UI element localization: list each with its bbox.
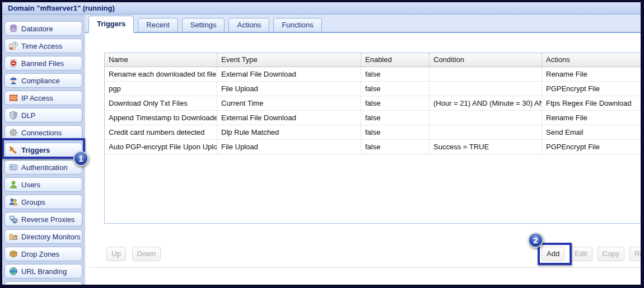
table-cell: Current Time xyxy=(217,96,361,110)
add-annotation-box xyxy=(538,243,572,265)
sidebar-item-users[interactable]: Users xyxy=(4,177,82,192)
table-body: Rename each downloaded txt fileExternal … xyxy=(105,67,641,154)
sidebar-item-label: Reverse Proxies xyxy=(21,215,74,224)
table-cell: Rename File xyxy=(542,111,641,125)
dlp-shield-icon xyxy=(9,111,18,120)
table-cell xyxy=(430,82,542,96)
tab-functions[interactable]: Functions xyxy=(273,18,321,32)
tab-settings[interactable]: Settings xyxy=(182,18,225,32)
column-header-event-type[interactable]: Event Type xyxy=(217,53,361,67)
compliance-officer-icon xyxy=(9,76,18,85)
database-icon xyxy=(9,24,18,33)
table-cell xyxy=(430,67,542,81)
table-header: NameEvent TypeEnabledConditionActions xyxy=(105,53,641,67)
step-2-badge: 2 xyxy=(528,233,543,248)
tab-recent[interactable]: Recent xyxy=(138,18,178,32)
window-frame-left xyxy=(0,0,2,288)
table-cell: File Upload xyxy=(217,140,361,154)
table-cell: Rename File xyxy=(542,67,641,81)
sidebar-item-compliance[interactable]: Compliance xyxy=(4,73,82,88)
sidebar-item-label: Directory Monitors xyxy=(21,233,80,241)
sidebar-item-label: Users xyxy=(21,181,40,189)
table-cell: false xyxy=(361,111,430,125)
edit-button[interactable]: Edit xyxy=(570,247,592,261)
up-button[interactable]: Up xyxy=(106,247,126,261)
sidebar-item-datastore[interactable]: Datastore xyxy=(4,21,82,36)
table-row[interactable]: Append Timestamp to DownloadedExternal F… xyxy=(105,111,641,125)
table-cell: Dlp Rule Matched xyxy=(217,125,361,139)
sidebar-item-label: Banned Files xyxy=(21,59,64,68)
window-frame-right xyxy=(641,0,644,288)
table-cell: Ftps Regex File Download xyxy=(542,96,641,110)
sidebar-item-groups[interactable]: Groups xyxy=(4,195,82,209)
table-cell xyxy=(430,125,542,139)
column-header-enabled[interactable]: Enabled xyxy=(361,53,430,67)
sidebar-item-label: Authentication xyxy=(21,163,67,172)
tab-actions[interactable]: Actions xyxy=(228,18,269,32)
tab-bar: TriggersRecentSettingsActionsFunctions xyxy=(85,15,644,33)
table-cell: PGPEncrypt File xyxy=(542,82,641,96)
table-row[interactable]: Rename each downloaded txt fileExternal … xyxy=(105,67,641,82)
window-frame-top xyxy=(0,0,644,2)
table-cell: External File Download xyxy=(217,67,361,81)
column-header-name[interactable]: Name xyxy=(105,53,217,67)
table-cell: Append Timestamp to Downloaded xyxy=(105,111,217,125)
tab-triggers[interactable]: Triggers xyxy=(88,16,134,33)
sidebar-item-dlp[interactable]: DLP xyxy=(4,108,82,122)
table-row[interactable]: pgpFile UploadfalsePGPEncrypt File xyxy=(105,82,641,96)
column-header-actions[interactable]: Actions xyxy=(542,53,641,67)
time-access-clock-icon xyxy=(9,41,18,50)
table-cell: Success = TRUE xyxy=(430,140,542,154)
sidebar-item-label: Groups xyxy=(21,198,45,206)
triggers-table: NameEvent TypeEnabledConditionActions Re… xyxy=(104,53,642,224)
sidebar-item-label: Datastore xyxy=(21,25,53,33)
table-cell: Auto PGP-encrypt File Upon Upload xyxy=(105,140,217,154)
reorder-button-group: UpDown xyxy=(106,247,161,261)
sidebar-item-reverse-proxies[interactable]: Reverse Proxies xyxy=(4,212,82,226)
table-cell xyxy=(430,111,542,125)
window-title-bar: Domain "mftserver1" (running) xyxy=(2,2,641,15)
table-row[interactable]: Download Only Txt FilesCurrent Timefalse… xyxy=(105,96,641,111)
banned-files-icon xyxy=(9,59,18,68)
column-header-condition[interactable]: Condition xyxy=(430,53,542,67)
step-1-badge: 1 xyxy=(73,151,88,166)
app-window: Domain "mftserver1" (running) DatastoreT… xyxy=(0,0,644,288)
sidebar-item-label: DLP xyxy=(21,111,35,120)
table-cell: (Hour = 21) AND (Minute = 30) AND xyxy=(430,96,542,110)
user-icon xyxy=(9,180,18,189)
window-title: Domain "mftserver1" (running) xyxy=(8,4,115,12)
sidebar-item-authentication[interactable]: Authentication xyxy=(4,160,82,174)
sidebar-item-banned-files[interactable]: Banned Files xyxy=(4,56,82,70)
sidebar-item-label: Compliance xyxy=(21,77,60,85)
sidebar-item-label: IP Access xyxy=(21,94,53,102)
drop-zones-box-icon xyxy=(9,249,18,258)
down-button[interactable]: Down xyxy=(132,247,161,261)
ip-access-firewall-icon xyxy=(9,93,18,102)
table-row[interactable]: Credit card numbers detectedDlp Rule Mat… xyxy=(105,125,641,140)
sidebar-item-ip-access[interactable]: IP Access xyxy=(4,91,82,105)
url-branding-globe-icon xyxy=(9,267,18,276)
table-row[interactable]: Auto PGP-encrypt File Upon UploadFile Up… xyxy=(105,140,641,154)
reverse-proxies-icon xyxy=(9,215,18,224)
window-frame-bottom xyxy=(0,285,644,288)
sidebar-item-label: Time Access xyxy=(21,42,62,50)
table-cell: Rename each downloaded txt file xyxy=(105,67,217,81)
sidebar-item-label: URL Branding xyxy=(21,267,67,276)
sidebar-item-label: Connections xyxy=(21,129,62,137)
sidebar-item-directory-monitors[interactable]: Directory Monitors xyxy=(4,229,82,244)
sidebar-item-drop-zones[interactable]: Drop Zones xyxy=(4,247,82,261)
table-cell: External File Download xyxy=(217,111,361,125)
table-cell: false xyxy=(361,67,430,81)
groups-icon xyxy=(9,197,18,206)
sidebar-item-time-access[interactable]: Time Access xyxy=(4,39,82,53)
copy-button[interactable]: Copy xyxy=(598,247,624,261)
sidebar-item-url-branding[interactable]: URL Branding xyxy=(4,264,82,278)
sidebar-item-label: Drop Zones xyxy=(21,250,59,258)
table-cell: Send Email xyxy=(542,125,641,139)
table-cell: Credit card numbers detected xyxy=(105,125,217,139)
table-cell: PGPEncrypt File xyxy=(542,140,641,154)
table-cell: File Upload xyxy=(217,82,361,96)
table-cell: false xyxy=(361,125,430,139)
table-cell: false xyxy=(361,82,430,96)
table-cell: Download Only Txt Files xyxy=(105,96,217,110)
